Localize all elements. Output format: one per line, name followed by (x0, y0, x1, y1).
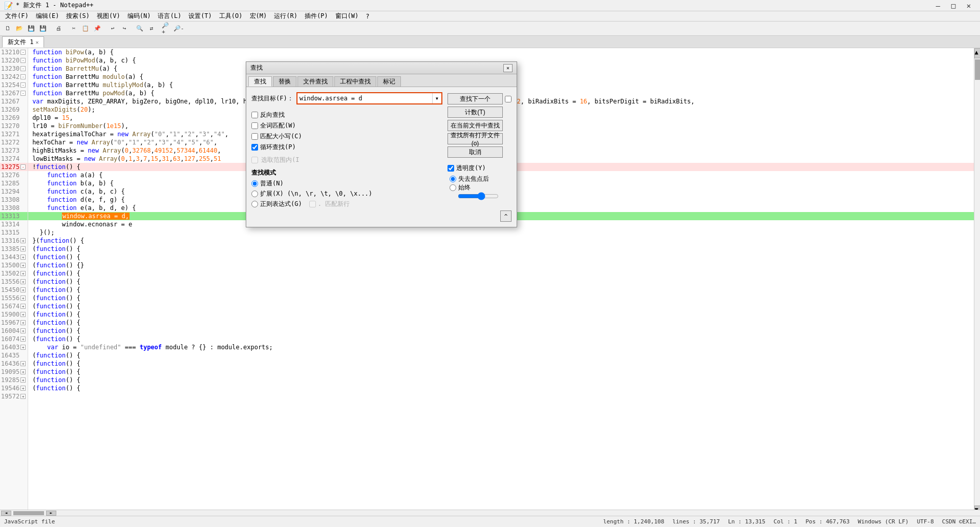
normal-mode-radio[interactable] (251, 180, 258, 187)
line-num: 13274 (1, 155, 19, 162)
fold-icon[interactable]: - (20, 66, 26, 71)
whole-word-checkbox[interactable] (251, 122, 258, 129)
redo-button[interactable]: ↪ (119, 23, 130, 34)
fold-icon[interactable]: + (20, 345, 26, 350)
fold-icon[interactable]: + (20, 238, 26, 243)
find-dialog-close-button[interactable]: ✕ (503, 64, 513, 72)
print-button[interactable]: 🖨 (53, 23, 64, 34)
menu-encoding[interactable]: 编码(N) (124, 11, 154, 22)
maximize-button[interactable]: □ (946, 1, 961, 11)
fold-icon[interactable]: + (20, 255, 26, 260)
fold-icon[interactable]: + (20, 304, 26, 309)
find-checkboxes: 反向查找 全词匹配(W) 匹配大小写(C) 循环查找(P) (251, 109, 442, 154)
fold-icon[interactable]: - (20, 164, 26, 170)
menu-window[interactable]: 窗口(W) (332, 11, 362, 22)
fold-icon[interactable]: + (20, 328, 26, 333)
on-lose-focus-radio[interactable] (450, 176, 456, 182)
extended-mode-radio[interactable] (251, 191, 258, 197)
wrap-search-checkbox[interactable] (251, 144, 258, 151)
scrollbar-thumb[interactable] (975, 59, 980, 80)
fold-icon[interactable]: - (20, 91, 26, 96)
save-button[interactable]: 💾 (26, 23, 37, 34)
find-search-input[interactable] (297, 93, 432, 103)
transparency-checkbox[interactable] (448, 165, 454, 172)
find-tab-find[interactable]: 查找 (248, 76, 272, 87)
fold-icon[interactable]: + (20, 271, 26, 276)
find-next-row: 查找下一个 (448, 93, 512, 104)
zoom-out-button[interactable]: 🔎- (173, 23, 184, 34)
find-tab-file-search[interactable]: 文件查找 (297, 76, 333, 87)
reverse-search-checkbox[interactable] (251, 112, 258, 118)
new-button[interactable]: 🗋 (2, 23, 13, 34)
menu-search[interactable]: 搜索(S) (63, 11, 93, 22)
fold-icon[interactable]: + (20, 312, 26, 317)
fold-icon[interactable]: + (20, 361, 26, 366)
highlight-checkbox[interactable] (505, 96, 512, 102)
menu-view[interactable]: 视图(V) (94, 11, 123, 22)
vertical-scrollbar[interactable]: ▲ ▼ (974, 48, 980, 516)
minimize-button[interactable]: — (931, 1, 945, 11)
menu-plugins[interactable]: 插件(P) (302, 11, 331, 22)
fold-icon[interactable]: - (20, 82, 26, 88)
undo-button[interactable]: ↩ (107, 23, 118, 34)
open-button[interactable]: 📂 (14, 23, 25, 34)
paste-button[interactable]: 📌 (92, 23, 103, 34)
cancel-button[interactable]: 取消 (448, 146, 503, 158)
find-tab-mark[interactable]: 标记 (377, 76, 401, 87)
hscroll-thumb[interactable] (13, 511, 44, 515)
fold-icon[interactable]: + (20, 377, 26, 383)
menu-tools[interactable]: 工具(O) (216, 11, 246, 22)
fold-icon[interactable]: + (20, 369, 26, 374)
menu-language[interactable]: 语言(L) (155, 11, 184, 22)
menu-macro[interactable]: 宏(M) (247, 11, 270, 22)
horizontal-scrollbar[interactable]: ◄ ► (0, 510, 980, 516)
find-tab-replace[interactable]: 替换 (273, 76, 296, 87)
code-line: (function() { (28, 253, 974, 261)
menu-settings[interactable]: 设置(T) (185, 11, 215, 22)
fold-icon[interactable]: + (20, 296, 26, 301)
tab-close-button[interactable]: ✕ (35, 39, 38, 45)
fold-icon[interactable]: + (20, 246, 26, 251)
find-dropdown-button[interactable]: ▼ (432, 93, 441, 103)
fold-icon[interactable]: + (20, 263, 26, 268)
fold-icon[interactable]: + (20, 394, 26, 399)
menu-help[interactable]: ? (363, 12, 372, 21)
regex-mode-radio[interactable] (251, 201, 258, 207)
match-newline-label: . 匹配新行 (318, 200, 350, 208)
cut-button[interactable]: ✂ (68, 23, 79, 34)
in-selection-checkbox[interactable] (251, 157, 258, 163)
find-next-button[interactable]: 查找下一个 (448, 93, 503, 104)
save-all-button[interactable]: 💾 (37, 23, 49, 34)
hscroll-left[interactable]: ◄ (1, 511, 11, 516)
fold-icon[interactable]: + (20, 287, 26, 292)
zoom-in-button[interactable]: 🔎+ (161, 23, 173, 34)
fold-icon[interactable]: + (20, 320, 26, 325)
tab-new-file-1[interactable]: 新文件 1 ✕ (2, 36, 44, 48)
find-in-current-button[interactable]: 在当前文件中查找 (448, 120, 503, 131)
match-newline-checkbox[interactable] (309, 201, 316, 207)
find-button[interactable]: 🔍 (134, 23, 145, 34)
hscroll-right[interactable]: ► (46, 511, 56, 516)
transparency-slider[interactable] (458, 192, 499, 200)
line-num: 19095 (1, 368, 19, 375)
menu-file[interactable]: 文件(F) (2, 11, 32, 22)
fold-icon[interactable]: - (20, 58, 26, 63)
close-button[interactable]: ✕ (962, 1, 976, 11)
count-button[interactable]: 计数(T) (448, 107, 503, 118)
fold-icon[interactable]: + (20, 279, 26, 284)
always-radio[interactable] (450, 184, 456, 191)
replace-button[interactable]: ⇄ (146, 23, 157, 34)
fold-icon[interactable]: + (20, 386, 26, 391)
fold-icon[interactable]: + (20, 336, 26, 342)
fold-icon[interactable]: - (20, 74, 26, 79)
caret-button[interactable]: ^ (500, 210, 512, 222)
scrollbar-up[interactable]: ▲ (974, 48, 981, 58)
find-tab-project-search[interactable]: 工程中查找 (334, 76, 376, 87)
menu-run[interactable]: 运行(R) (271, 11, 301, 22)
copy-button[interactable]: 📋 (80, 23, 91, 34)
fold-icon[interactable]: - (20, 50, 26, 55)
match-case-checkbox[interactable] (251, 133, 258, 140)
menu-edit[interactable]: 编辑(E) (33, 11, 62, 22)
find-all-open-button[interactable]: 查找所有打开文件(o) (448, 133, 503, 144)
find-right-panel: 查找下一个 计数(T) 在当前文件中查找 查找所有打开文件(o) 取消 透明度(… (448, 92, 512, 208)
